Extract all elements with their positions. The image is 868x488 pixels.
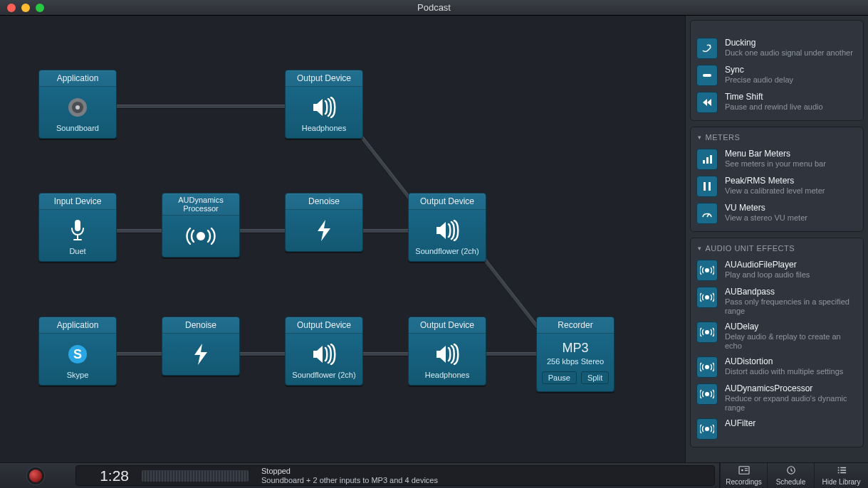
clock-icon — [785, 465, 798, 477]
audio-routing-canvas[interactable]: Application Soundboard Output Device Hea… — [0, 16, 685, 462]
node-recorder[interactable]: Recorder MP3 256 kbps Stereo Pause Split — [536, 317, 615, 392]
library-item-desc: Duck one audio signal under another — [725, 48, 853, 58]
node-header: Denoise — [286, 193, 362, 210]
node-header: Application — [39, 317, 116, 334]
library-item-title: Ducking — [725, 38, 853, 48]
library-item-desc: View a calibrated level meter — [725, 186, 825, 196]
library-item-title: AUDistortion — [725, 356, 843, 366]
recordings-button[interactable]: Recordings — [720, 463, 767, 488]
recorder-rate: 256 kbps Stereo — [541, 357, 610, 366]
node-header: Input Device — [39, 193, 116, 210]
svg-rect-13 — [708, 182, 711, 191]
node-sublabel: Headphones — [288, 124, 360, 132]
recorder-format: MP3 — [541, 341, 610, 356]
node-header: Application — [39, 70, 116, 87]
section-audio-unit-effects: ▾ AUDIO UNIT EFFECTS AUAudioFilePlayerPl… — [690, 238, 864, 447]
node-sublabel: Duet — [42, 247, 113, 255]
library-item-title: Time Shift — [725, 92, 823, 102]
library-item[interactable]: AUBandpassPass only frequencies in a spe… — [691, 284, 863, 319]
pause-button[interactable]: Pause — [542, 371, 577, 384]
node-header: Output Device — [286, 317, 362, 334]
footer-label: Recordings — [726, 478, 762, 486]
window-title: Podcast — [0, 2, 868, 13]
footer-label: Schedule — [776, 478, 806, 486]
library-item-title: AUDelay — [725, 322, 857, 331]
close-icon[interactable] — [7, 4, 16, 12]
svg-point-16 — [705, 330, 709, 334]
section-title: METERS — [706, 133, 741, 142]
svg-rect-23 — [744, 470, 747, 471]
node-denoise-1[interactable]: Denoise — [285, 193, 363, 252]
node-output-headphones-2[interactable]: Output Device Headphones — [408, 317, 486, 386]
au-icon — [696, 356, 718, 378]
record-button[interactable] — [29, 470, 42, 482]
skype-icon: S — [42, 339, 113, 369]
library-item[interactable]: Menu Bar MetersSee meters in your menu b… — [691, 146, 863, 173]
svg-rect-22 — [744, 468, 747, 469]
node-header: Denoise — [162, 317, 239, 334]
svg-point-21 — [741, 470, 743, 472]
node-header: Output Device — [409, 193, 486, 210]
node-application-skype[interactable]: Application S Skype — [38, 317, 117, 386]
svg-rect-9 — [703, 160, 705, 164]
speaker-icon — [288, 339, 360, 369]
library-item[interactable]: Peak/RMS MetersView a calibrated level m… — [691, 173, 863, 200]
status-line-1: Stopped — [261, 467, 438, 476]
node-sublabel: Soundflower (2ch) — [288, 371, 360, 379]
hide-library-button[interactable]: Hide Library — [814, 463, 868, 488]
recordings-icon — [738, 465, 751, 477]
svg-rect-10 — [706, 157, 708, 164]
zoom-icon[interactable] — [36, 4, 44, 12]
sync-icon — [696, 65, 718, 86]
node-au-dynamics[interactable]: AUDynamics Processor — [162, 193, 240, 258]
library-item[interactable]: AUDistortionDistort audio with multiple … — [691, 354, 863, 381]
library-item-title: AUAudioFilePlayer — [725, 260, 810, 270]
library-item-desc: See meters in your menu bar — [725, 159, 826, 169]
library-item-title: Menu Bar Meters — [725, 149, 826, 159]
list-icon — [835, 465, 848, 477]
library-item-desc: Delay audio & replay to create an echo — [725, 332, 857, 351]
svg-rect-11 — [710, 155, 712, 164]
library-item-desc: Pass only frequencies in a specified ran… — [725, 297, 857, 316]
split-button[interactable]: Split — [581, 371, 609, 384]
peak-icon — [696, 176, 718, 197]
section-header[interactable]: ▾ METERS — [691, 130, 863, 146]
section-advanced: ▾ DuckingDuck one audio signal under ano… — [690, 20, 864, 121]
schedule-button[interactable]: Schedule — [767, 463, 814, 488]
section-header[interactable]: ▾ AUDIO UNIT EFFECTS — [691, 241, 863, 257]
au-icon — [696, 418, 718, 440]
library-item-title: AUBandpass — [725, 287, 857, 297]
library-item[interactable]: AUDelayDelay audio & replay to create an… — [691, 319, 863, 354]
node-sublabel: Soundboard — [42, 124, 113, 132]
speaker-icon — [412, 216, 483, 245]
cable — [114, 105, 292, 109]
node-input-duet[interactable]: Input Device Duet — [38, 193, 117, 262]
node-output-soundflower-1[interactable]: Output Device Soundflower (2ch) — [408, 193, 486, 262]
library-item[interactable]: AUDynamicsProcessorReduce or expand audi… — [691, 381, 863, 415]
chevron-down-icon: ▾ — [698, 134, 702, 141]
minimize-icon[interactable] — [21, 4, 30, 12]
au-icon — [696, 383, 718, 405]
speaker-icon — [412, 339, 483, 369]
node-output-soundflower-2[interactable]: Output Device Soundflower (2ch) — [285, 317, 363, 386]
titlebar: Podcast — [0, 0, 868, 16]
library-item[interactable]: Time ShiftPause and rewind live audio — [691, 89, 863, 116]
library-item[interactable]: DuckingDuck one audio signal under anoth… — [691, 35, 863, 62]
library-item[interactable]: VU MetersView a stereo VU meter — [691, 200, 863, 227]
chevron-down-icon: ▾ — [698, 245, 702, 252]
node-denoise-2[interactable]: Denoise — [162, 317, 240, 376]
node-output-headphones-1[interactable]: Output Device Headphones — [285, 70, 363, 139]
library-item[interactable]: AUAudioFilePlayerPlay and loop audio fil… — [691, 257, 863, 284]
library-item-title: AUFilter — [725, 418, 755, 428]
bottom-bar: 1:28 Stopped Soundboard + 2 other inputs… — [0, 462, 868, 488]
library-item-desc: Play and loop audio files — [725, 270, 810, 280]
node-application-soundboard[interactable]: Application Soundboard — [38, 70, 117, 139]
bars-icon — [696, 149, 718, 170]
library-item-title: AUDynamicsProcessor — [725, 383, 857, 393]
window-controls — [7, 4, 44, 12]
node-sublabel: Skype — [42, 371, 113, 379]
library-item[interactable]: SyncPrecise audio delay — [691, 62, 863, 89]
library-sidebar[interactable]: ▾ DuckingDuck one audio signal under ano… — [685, 16, 868, 462]
section-header[interactable]: ▾ — [691, 23, 863, 35]
library-item[interactable]: AUFilter — [691, 415, 863, 442]
